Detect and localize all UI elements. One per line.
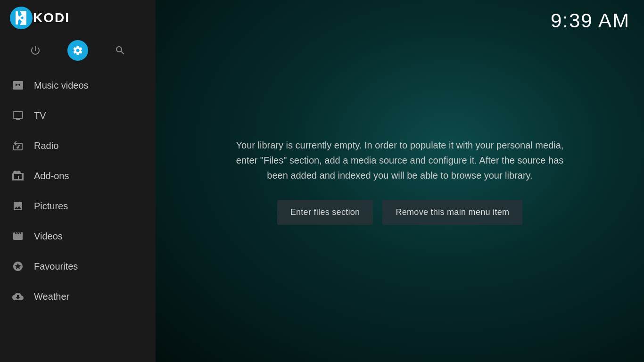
pictures-icon <box>9 197 26 214</box>
time-display: 9:39 AM <box>551 9 630 32</box>
weather-icon <box>9 288 26 305</box>
settings-button[interactable] <box>67 40 88 61</box>
sidebar-label-favourites: Favourites <box>34 261 78 272</box>
search-button[interactable] <box>110 40 131 61</box>
kodi-logo <box>9 6 33 30</box>
sidebar-item-tv[interactable]: TV <box>0 100 156 131</box>
svg-rect-5 <box>16 11 18 25</box>
sidebar-icon-row <box>0 35 156 70</box>
addons-icon <box>9 167 26 184</box>
videos-icon <box>9 228 26 245</box>
sidebar-item-music-videos[interactable]: Music videos <box>0 70 156 100</box>
sidebar-item-pictures[interactable]: Pictures <box>0 191 156 221</box>
favourites-icon <box>9 258 26 275</box>
sidebar-label-add-ons: Add-ons <box>34 171 69 181</box>
sidebar-label-pictures: Pictures <box>34 201 68 212</box>
music-video-icon <box>9 77 26 94</box>
svg-point-0 <box>10 7 33 29</box>
sidebar-item-videos[interactable]: Videos <box>0 221 156 251</box>
sidebar-item-weather[interactable]: Weather <box>0 281 156 312</box>
sidebar: KODI <box>0 0 156 362</box>
sidebar-item-radio[interactable]: Radio <box>0 131 156 161</box>
app-container: KODI <box>0 0 644 362</box>
radio-icon <box>9 137 26 154</box>
sidebar-label-radio: Radio <box>34 140 58 151</box>
remove-menu-item-button[interactable]: Remove this main menu item <box>382 200 522 225</box>
power-button[interactable] <box>25 40 46 61</box>
button-row: Enter files section Remove this main men… <box>230 200 570 225</box>
tv-icon <box>9 107 26 124</box>
sidebar-label-weather: Weather <box>34 291 69 302</box>
nav-list: Music videos TV Radio Add-ons <box>0 70 156 362</box>
sidebar-label-videos: Videos <box>34 231 63 242</box>
sidebar-header: KODI <box>0 0 156 35</box>
main-content: 9:39 AM Your library is currently empty.… <box>156 0 644 362</box>
library-message: Your library is currently empty. In orde… <box>230 138 570 183</box>
content-box: Your library is currently empty. In orde… <box>221 138 579 225</box>
app-title: KODI <box>33 10 70 25</box>
search-icon <box>115 45 126 56</box>
settings-icon <box>72 45 83 56</box>
enter-files-button[interactable]: Enter files section <box>277 200 373 225</box>
power-icon <box>30 45 41 56</box>
sidebar-item-favourites[interactable]: Favourites <box>0 251 156 281</box>
sidebar-item-add-ons[interactable]: Add-ons <box>0 161 156 191</box>
sidebar-label-music-videos: Music videos <box>34 80 89 91</box>
sidebar-label-tv: TV <box>34 110 46 121</box>
